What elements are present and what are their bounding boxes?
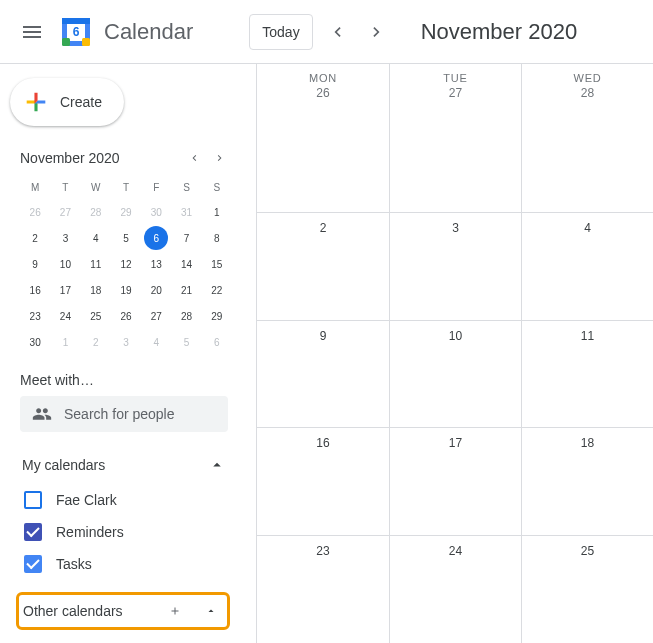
chevron-left-icon <box>327 22 347 42</box>
create-event-button[interactable]: Create <box>10 78 124 126</box>
mini-cal-day[interactable]: 22 <box>202 278 232 302</box>
mini-cal-day[interactable]: 31 <box>171 200 201 224</box>
mini-cal-day[interactable]: 7 <box>171 226 201 250</box>
grid-header-daynum: 28 <box>522 86 653 100</box>
grid-day-cell[interactable]: 17 <box>389 427 521 535</box>
mini-calendar: November 2020 MTWTFSS2627282930311234567… <box>20 146 232 354</box>
search-people-input[interactable]: Search for people <box>20 396 228 432</box>
mini-cal-day[interactable]: 17 <box>50 278 80 302</box>
next-period-button[interactable] <box>361 16 393 48</box>
mini-cal-day[interactable]: 2 <box>81 330 111 354</box>
mini-cal-day[interactable]: 13 <box>141 252 171 276</box>
mini-cal-next-button[interactable] <box>208 146 232 170</box>
grid-day-cell[interactable]: 10 <box>389 320 521 428</box>
today-button[interactable]: Today <box>249 14 312 50</box>
mini-cal-day[interactable]: 18 <box>81 278 111 302</box>
my-calendars-toggle[interactable]: My calendars <box>20 450 228 480</box>
mini-cal-day[interactable]: 6 <box>202 330 232 354</box>
mini-cal-day[interactable]: 23 <box>20 304 50 328</box>
mini-cal-day[interactable]: 20 <box>141 278 171 302</box>
mini-cal-day[interactable]: 8 <box>202 226 232 250</box>
mini-cal-day[interactable]: 26 <box>111 304 141 328</box>
app-header: 6 Calendar Today November 2020 <box>0 0 653 64</box>
calendar-label: Fae Clark <box>56 492 117 508</box>
grid-day-number: 24 <box>390 544 521 558</box>
mini-cal-day[interactable]: 2 <box>20 226 50 250</box>
calendar-checkbox[interactable] <box>24 555 42 573</box>
mini-cal-prev-button[interactable] <box>182 146 206 170</box>
mini-cal-dow: M <box>20 178 50 198</box>
calendar-grid: MON26TUE27WED28 23491011161718232425 <box>256 64 653 643</box>
mini-cal-day[interactable]: 24 <box>50 304 80 328</box>
mini-cal-day[interactable]: 1 <box>50 330 80 354</box>
mini-cal-day[interactable]: 10 <box>50 252 80 276</box>
add-other-calendar-button[interactable] <box>163 599 187 623</box>
mini-cal-day[interactable]: 4 <box>81 226 111 250</box>
plus-icon <box>169 601 181 621</box>
main-menu-button[interactable] <box>8 8 56 56</box>
mini-cal-day[interactable]: 29 <box>111 200 141 224</box>
mini-cal-day[interactable]: 9 <box>20 252 50 276</box>
mini-cal-day[interactable]: 27 <box>50 200 80 224</box>
mini-cal-day[interactable]: 5 <box>111 226 141 250</box>
mini-cal-day[interactable]: 3 <box>50 226 80 250</box>
mini-cal-day[interactable]: 27 <box>141 304 171 328</box>
grid-day-cell[interactable]: 4 <box>521 212 653 320</box>
grid-day-number: 4 <box>522 221 653 235</box>
mini-cal-day[interactable]: 3 <box>111 330 141 354</box>
calendar-label: Reminders <box>56 524 124 540</box>
mini-cal-day[interactable]: 21 <box>171 278 201 302</box>
mini-cal-day[interactable]: 25 <box>81 304 111 328</box>
other-calendars-toggle[interactable] <box>199 599 223 623</box>
mini-cal-day[interactable]: 28 <box>171 304 201 328</box>
svg-rect-4 <box>62 38 70 46</box>
mini-cal-day[interactable]: 26 <box>20 200 50 224</box>
grid-day-cell[interactable]: 2 <box>257 212 389 320</box>
grid-day-cell[interactable]: 23 <box>257 535 389 643</box>
grid-day-cell[interactable]: 16 <box>257 427 389 535</box>
calendar-checkbox[interactable] <box>24 523 42 541</box>
grid-day-cell[interactable]: 9 <box>257 320 389 428</box>
other-calendars-highlight: Other calendars <box>16 592 230 630</box>
grid-day-cell[interactable]: 25 <box>521 535 653 643</box>
mini-cal-day[interactable]: 30 <box>141 200 171 224</box>
mini-cal-dow: T <box>111 178 141 198</box>
sidebar: Create November 2020 MTWTFSS2627282930 <box>0 64 256 643</box>
mini-cal-day[interactable]: 30 <box>20 330 50 354</box>
mini-cal-day[interactable]: 16 <box>20 278 50 302</box>
mini-cal-dow: T <box>50 178 80 198</box>
grid-dow-label: TUE <box>390 72 521 84</box>
mini-cal-day[interactable]: 28 <box>81 200 111 224</box>
grid-day-cell[interactable] <box>389 104 521 212</box>
meet-with-section: Meet with… Search for people <box>20 372 228 432</box>
mini-cal-day[interactable]: 15 <box>202 252 232 276</box>
calendar-list-item[interactable]: Reminders <box>20 516 228 548</box>
mini-cal-day[interactable]: 1 <box>202 200 232 224</box>
grid-day-cell[interactable]: 3 <box>389 212 521 320</box>
mini-cal-dow: S <box>171 178 201 198</box>
grid-day-number: 3 <box>390 221 521 235</box>
calendar-list-item[interactable]: Fae Clark <box>20 484 228 516</box>
mini-cal-day[interactable]: 5 <box>171 330 201 354</box>
mini-cal-day[interactable]: 11 <box>81 252 111 276</box>
grid-day-cell[interactable] <box>257 104 389 212</box>
calendar-list-item[interactable]: Tasks <box>20 548 228 580</box>
calendar-logo: 6 <box>56 12 96 52</box>
grid-day-cell[interactable]: 18 <box>521 427 653 535</box>
mini-cal-day[interactable]: 19 <box>111 278 141 302</box>
mini-cal-day[interactable]: 6 <box>141 226 171 250</box>
grid-day-cell[interactable] <box>521 104 653 212</box>
grid-day-cell[interactable]: 11 <box>521 320 653 428</box>
mini-cal-day[interactable]: 12 <box>111 252 141 276</box>
grid-day-cell[interactable]: 24 <box>389 535 521 643</box>
svg-rect-3 <box>82 38 90 46</box>
prev-period-button[interactable] <box>321 16 353 48</box>
grid-header-daynum: 26 <box>257 86 389 100</box>
plus-multicolor-icon <box>22 88 50 116</box>
mini-cal-day[interactable]: 4 <box>141 330 171 354</box>
mini-cal-day[interactable]: 29 <box>202 304 232 328</box>
grid-day-number: 10 <box>390 329 521 343</box>
mini-cal-day[interactable]: 14 <box>171 252 201 276</box>
calendar-checkbox[interactable] <box>24 491 42 509</box>
app-title: Calendar <box>104 19 193 45</box>
